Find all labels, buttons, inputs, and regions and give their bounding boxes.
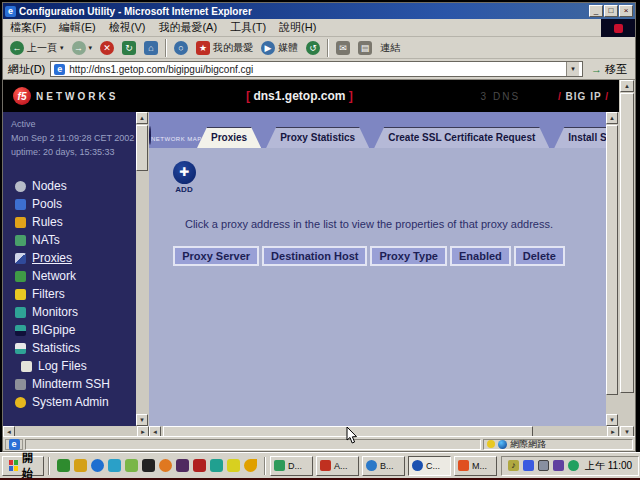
back-icon: ← bbox=[10, 41, 24, 55]
task-window-button-3[interactable]: B... bbox=[362, 456, 405, 476]
taskbar-clock[interactable]: 上午 11:00 bbox=[583, 459, 632, 473]
back-dropdown-icon[interactable]: ▾ bbox=[60, 44, 64, 52]
menu-tools[interactable]: 工具(T) bbox=[230, 20, 266, 35]
sidebar-item-statistics[interactable]: Statistics bbox=[3, 339, 149, 357]
add-proxy-button[interactable]: ✚ ADD bbox=[169, 161, 199, 194]
browser-viewport: f5 NETWORKS [ dns1.getop.com ] 3 DNS / B… bbox=[3, 80, 635, 438]
start-button[interactable]: 開始 bbox=[2, 456, 44, 476]
links-bar[interactable]: 連結 bbox=[377, 40, 403, 56]
red-tick: / bbox=[558, 91, 562, 102]
scroll-up-icon[interactable]: ▲ bbox=[620, 80, 634, 92]
network-map-button[interactable]: NETWORK MAP bbox=[149, 127, 197, 148]
quick-launch-icon[interactable] bbox=[193, 459, 206, 472]
sidebar-item-pools[interactable]: Pools bbox=[3, 195, 149, 213]
task-window-button-4[interactable]: C... bbox=[408, 456, 451, 476]
task-icon bbox=[458, 460, 469, 471]
sidebar-item-filters[interactable]: Filters bbox=[3, 285, 149, 303]
sidebar-item-system-admin[interactable]: System Admin bbox=[3, 393, 149, 411]
sidebar-item-log-files[interactable]: Log Files bbox=[3, 357, 149, 375]
proxies-icon bbox=[15, 253, 26, 264]
col-proxy-type: Proxy Type bbox=[370, 246, 447, 266]
speaker-icon[interactable]: ♪ bbox=[508, 460, 519, 471]
sidebar-item-network[interactable]: Network bbox=[3, 267, 149, 285]
sidebar-item-nodes[interactable]: Nodes bbox=[3, 177, 149, 195]
quick-launch-icon[interactable] bbox=[108, 459, 121, 472]
tab-proxies[interactable]: Proxies bbox=[197, 127, 261, 148]
scroll-down-icon[interactable]: ▼ bbox=[136, 414, 148, 426]
print-button[interactable]: ▤ bbox=[355, 40, 375, 56]
antivirus-icon[interactable] bbox=[568, 460, 579, 471]
maximize-button[interactable]: □ bbox=[604, 5, 618, 17]
address-dropdown-icon[interactable]: ▾ bbox=[566, 62, 579, 76]
menu-edit[interactable]: 編輯(E) bbox=[59, 20, 96, 35]
scroll-down-icon[interactable]: ▼ bbox=[606, 414, 618, 426]
stop-button[interactable]: ✕ bbox=[97, 40, 117, 56]
task-window-button-5[interactable]: M... bbox=[454, 456, 497, 476]
media-button[interactable]: ▶ 媒體 bbox=[258, 40, 301, 56]
quick-launch-icon[interactable] bbox=[142, 459, 155, 472]
quick-launch-icon[interactable] bbox=[159, 459, 172, 472]
title-bar: e Configuration Utility - Microsoft Inte… bbox=[3, 3, 635, 19]
hostname-text: dns1.getop.com bbox=[253, 89, 345, 103]
forward-button[interactable]: → ▾ bbox=[69, 40, 96, 56]
sidebar-vertical-scrollbar[interactable]: ▲ ▼ bbox=[136, 112, 149, 426]
scrollbar-thumb[interactable] bbox=[606, 125, 618, 395]
quick-launch-icon[interactable] bbox=[91, 459, 104, 472]
menu-file[interactable]: 檔案(F) bbox=[10, 20, 46, 35]
menu-view[interactable]: 檢視(V) bbox=[109, 20, 146, 35]
menu-favorites[interactable]: 我的最愛(A) bbox=[158, 20, 217, 35]
tab-create-ssl-certificate-request[interactable]: Create SSL Certificate Request bbox=[374, 127, 549, 148]
task-window-button-2[interactable]: A... bbox=[316, 456, 359, 476]
quick-launch-icon[interactable] bbox=[57, 459, 70, 472]
col-destination-host: Destination Host bbox=[262, 246, 367, 266]
quick-launch-icon[interactable] bbox=[227, 459, 240, 472]
navigation-sidebar: Active Mon Sep 2 11:09:28 CET 2002 uptim… bbox=[3, 112, 149, 426]
menu-help[interactable]: 說明(H) bbox=[279, 20, 316, 35]
sidebar-item-mindterm-ssh[interactable]: Mindterm SSH bbox=[3, 375, 149, 393]
refresh-button[interactable]: ↻ bbox=[119, 40, 139, 56]
quick-launch-icon[interactable] bbox=[176, 459, 189, 472]
forward-dropdown-icon[interactable]: ▾ bbox=[89, 44, 93, 52]
sidebar-item-rules[interactable]: Rules bbox=[3, 213, 149, 231]
task-window-button-1[interactable]: D... bbox=[270, 456, 313, 476]
quick-launch-icon[interactable] bbox=[125, 459, 138, 472]
history-button[interactable]: ↺ bbox=[303, 40, 323, 56]
stop-icon: ✕ bbox=[100, 41, 114, 55]
go-button[interactable]: → 移至 bbox=[588, 62, 630, 77]
taskbar: 開始 D... A... B... C... M... ♪ bbox=[0, 452, 640, 478]
display-icon[interactable] bbox=[538, 460, 549, 471]
home-button[interactable]: ⌂ bbox=[141, 40, 161, 56]
scrollbar-thumb[interactable] bbox=[136, 125, 148, 171]
toolbar-separator bbox=[327, 39, 329, 57]
favorites-button[interactable]: ★ 我的最愛 bbox=[193, 40, 256, 56]
address-input[interactable]: e http://dns1.getop.com/bigipgui/bigconf… bbox=[50, 61, 583, 77]
minimize-button[interactable]: _ bbox=[589, 5, 603, 17]
sidebar-item-proxies[interactable]: Proxies bbox=[3, 249, 149, 267]
sidebar-item-monitors[interactable]: Monitors bbox=[3, 303, 149, 321]
network-map-label: NETWORK MAP bbox=[151, 136, 202, 142]
ie-window: e Configuration Utility - Microsoft Inte… bbox=[2, 2, 636, 452]
content-vertical-scrollbar[interactable]: ▲ ▼ bbox=[606, 112, 619, 426]
scroll-up-icon[interactable]: ▲ bbox=[136, 112, 148, 124]
mail-button[interactable]: ✉ bbox=[333, 40, 353, 56]
search-button[interactable]: ○ bbox=[171, 40, 191, 56]
quick-launch-icon[interactable] bbox=[74, 459, 87, 472]
sidebar-item-nats[interactable]: NATs bbox=[3, 231, 149, 249]
quick-launch-icon[interactable] bbox=[210, 459, 223, 472]
forward-icon: → bbox=[72, 41, 86, 55]
messenger-icon[interactable] bbox=[523, 460, 534, 471]
print-icon: ▤ bbox=[358, 41, 372, 55]
tab-proxy-statistics[interactable]: Proxy Statistics bbox=[266, 127, 369, 148]
statistics-icon bbox=[15, 343, 26, 354]
f5-logo-icon: f5 bbox=[13, 87, 31, 105]
scroll-up-icon[interactable]: ▲ bbox=[606, 112, 618, 124]
quick-launch-icon[interactable] bbox=[244, 459, 257, 472]
close-button[interactable]: × bbox=[619, 5, 633, 17]
tray-app-icon[interactable] bbox=[553, 460, 564, 471]
sidebar-item-bigpipe[interactable]: BIGpipe bbox=[3, 321, 149, 339]
window-title: Configuration Utility - Microsoft Intern… bbox=[19, 6, 586, 17]
scrollbar-thumb[interactable] bbox=[620, 93, 634, 393]
window-vertical-scrollbar[interactable]: ▲ ▼ bbox=[619, 80, 635, 438]
back-button[interactable]: ← 上一頁 ▾ bbox=[7, 40, 67, 56]
home-icon: ⌂ bbox=[144, 41, 158, 55]
